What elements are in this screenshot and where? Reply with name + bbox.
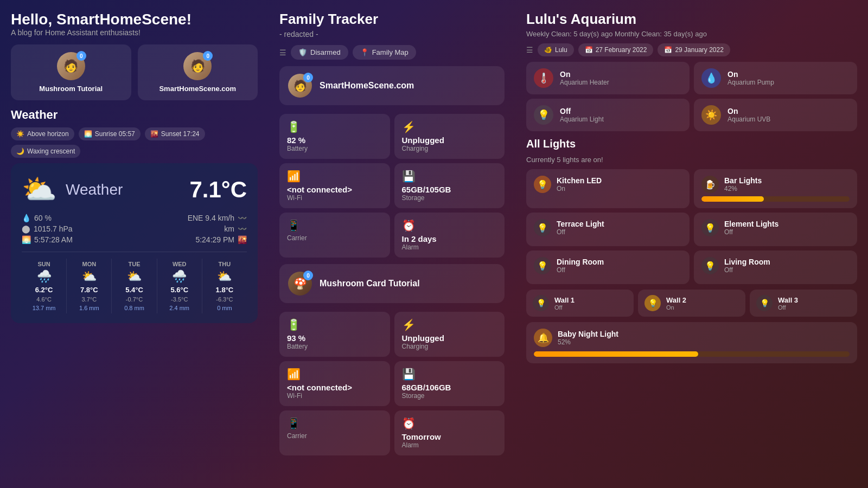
aq-device-heater[interactable]: 🌡️ On Aquarium Heater [526, 62, 690, 94]
left-panel: Hello, SmartHomeScene! A blog for Home A… [0, 0, 269, 488]
family-map-button[interactable]: 📍 Family Map [353, 45, 416, 60]
chip-sunset[interactable]: 🌇 Sunset 17:24 [145, 127, 205, 140]
bar-lights-status: 42% [724, 185, 762, 192]
chip-sunrise[interactable]: 🌅 Sunrise 05:57 [79, 127, 141, 140]
aq-chip-lulu[interactable]: 🐠 Lulu [538, 43, 574, 56]
uvb-name: Aquarium UVB [727, 115, 770, 123]
phone-storage-2[interactable]: 💾 68GB/106GB Storage [394, 361, 505, 406]
alarm-icon-2: ⏰ [402, 417, 497, 430]
temp-value: 7.1 [189, 177, 221, 202]
weather-label: Weather [66, 181, 123, 198]
aq-menu-icon[interactable]: ☰ [526, 46, 533, 54]
aq-chip-date2[interactable]: 📅 29 January 2022 [658, 43, 730, 56]
weather-stats-left: 💧 60 % ⬤ 1015.7 hPa 🌅 5:57:28 AM [22, 214, 73, 244]
aq-device-uvb[interactable]: ☀️ On Aquarium UVB [694, 99, 857, 131]
dining-icon: 💡 [534, 257, 551, 274]
disarmed-button[interactable]: 🛡️ Disarmed [291, 45, 348, 60]
phone-charging-2[interactable]: ⚡ Unplugged Charging [394, 312, 505, 357]
forecast-thu-name: THU [219, 261, 231, 267]
uvb-status: On [727, 107, 770, 115]
kitchen-led-status: On [557, 185, 602, 192]
avatar-wrap-shs: 🧑 0 [183, 52, 212, 80]
forecast-tue: TUE ⛅ 5.4°C -0.7°C 0.8 mm [112, 259, 157, 313]
light-kitchen-header: 💡 Kitchen LED On [534, 176, 682, 193]
baby-night-light-card[interactable]: 🔔 Baby Night Light 52% [526, 322, 857, 363]
aq-device-pump[interactable]: 💧 On Aquarium Pump [694, 62, 857, 94]
living-info: Living Room Off [724, 258, 770, 274]
charging-value-2: Unplugged [402, 333, 497, 343]
terrace-info: Terrace Light Off [557, 220, 604, 236]
light-dining[interactable]: 💡 Dining Room Off [526, 251, 690, 284]
stat-wind: ENE 9.4 km/h 〰️ [188, 214, 247, 222]
user-label-shs: SmartHomeScene.com [159, 85, 236, 93]
element-icon: 💡 [701, 219, 719, 236]
light-dining-header: 💡 Dining Room Off [534, 257, 682, 274]
carrier-label-1: Carrier [287, 234, 382, 242]
family-tracker-subtitle: - redacted - [279, 30, 505, 38]
phone-alarm-1[interactable]: ⏰ In 2 days Alarm [394, 213, 505, 258]
pump-name: Aquarium Pump [727, 79, 774, 86]
dining-status: Off [557, 266, 604, 274]
wall2-status: On [666, 304, 686, 311]
family-toolbar: ☰ 🛡️ Disarmed 📍 Family Map [279, 45, 505, 60]
user-card-smarthomescene[interactable]: 🧑 0 SmartHomeScene.com [138, 44, 258, 100]
phone-battery-2[interactable]: 🔋 93 % Battery [279, 312, 390, 357]
light-bar-lights[interactable]: 🍺 Bar Lights 42% [694, 169, 857, 208]
user-card-mushroom[interactable]: 🧑 0 Mushroom Tutorial [11, 44, 131, 100]
baby-bar-fill [534, 351, 698, 357]
phone-storage-1[interactable]: 💾 65GB/105GB Storage [394, 163, 505, 208]
wall2-name: Wall 2 [666, 296, 686, 304]
tracker-person-1[interactable]: 🧑 0 SmartHomeScene.com [279, 66, 505, 105]
phone-alarm-2[interactable]: ⏰ Tomorrow Alarm [394, 410, 505, 455]
visibility-icon: 〰️ [238, 224, 247, 233]
stat-pressure: ⬤ 1015.7 hPa [22, 224, 73, 233]
phone-charging-1[interactable]: ⚡ Unplugged Charging [394, 114, 505, 159]
shield-icon: 🛡️ [298, 48, 307, 56]
tracker-person-2[interactable]: 🍄 0 Mushroom Card Tutorial [279, 264, 505, 303]
greeting-subtitle: A blog for Home Assistant enthusiasts! [11, 28, 258, 37]
aq-toolbar: ☰ 🐠 Lulu 📅 27 February 2022 📅 29 January… [526, 43, 857, 56]
phone-wifi-1[interactable]: 📶 <not connected> Wi-Fi [279, 163, 390, 208]
phone-carrier-2[interactable]: 📱 Carrier [279, 410, 390, 455]
wall-card-2[interactable]: 💡 Wall 2 On [638, 290, 745, 317]
chip-horizon-label: Above horizon [27, 130, 69, 138]
weather-main: ⛅ Weather 7.1°C [22, 173, 247, 206]
wall-card-3[interactable]: 💡 Wall 3 Off [750, 290, 857, 317]
aq-chip-date1[interactable]: 📅 27 February 2022 [578, 43, 654, 56]
aquarium-subtitle: Weekly Clean: 5 day(s) ago Monthly Clean… [526, 30, 857, 38]
pressure-icon: ⬤ [22, 224, 30, 233]
carrier-icon-1: 📱 [287, 219, 382, 232]
phone-battery-1[interactable]: 🔋 82 % Battery [279, 114, 390, 159]
forecast-mon-name: MON [82, 261, 96, 267]
forecast-sun: SUN 🌧️ 6.2°C 4.6°C 13.7 mm [22, 259, 67, 313]
light-terrace[interactable]: 💡 Terrace Light Off [526, 213, 690, 246]
wall-card-1[interactable]: 💡 Wall 1 Off [526, 290, 634, 317]
tracker-name-2: Mushroom Card Tutorial [320, 279, 420, 288]
forecast-wed-name: WED [173, 261, 187, 267]
wall3-status: Off [778, 304, 798, 311]
light-element[interactable]: 💡 Element Lights Off [694, 213, 857, 246]
light-living[interactable]: 💡 Living Room Off [694, 251, 857, 284]
chip-horizon[interactable]: ☀️ Above horizon [11, 127, 74, 140]
baby-bar-bg [534, 351, 850, 357]
calendar-icon-2: 📅 [664, 46, 672, 54]
sunrise-actual-icon: 🌅 [22, 235, 31, 244]
user-cards: 🧑 0 Mushroom Tutorial 🧑 0 SmartHomeScene… [11, 44, 258, 100]
weather-stats-right: ENE 9.4 km/h 〰️ km 〰️ 5:24:29 PM 🌇 [188, 214, 247, 244]
battery-label-1: Battery [287, 145, 382, 152]
wifi-label-2: Wi-Fi [287, 392, 382, 400]
light-kitchen-led[interactable]: 💡 Kitchen LED On [526, 169, 690, 208]
light-element-header: 💡 Element Lights Off [701, 219, 850, 236]
stat-visibility: km 〰️ [188, 224, 247, 233]
family-menu-icon[interactable]: ☰ [279, 48, 286, 57]
aq-device-light[interactable]: 💡 Off Aquarium Light [526, 99, 690, 131]
phone-carrier-1[interactable]: 📱 Carrier [279, 213, 390, 258]
wifi-icon-2: 📶 [287, 368, 382, 381]
chip-moon[interactable]: 🌙 Waxing crescent [11, 145, 80, 158]
alarm-value-1: In 2 days [402, 234, 497, 243]
phone-wifi-2[interactable]: 📶 <not connected> Wi-Fi [279, 361, 390, 406]
chip-moon-label: Waxing crescent [27, 147, 75, 155]
calendar-icon-1: 📅 [585, 46, 593, 54]
wifi-value-2: <not connected> [287, 383, 382, 392]
wall2-icon: 💡 [644, 295, 661, 311]
